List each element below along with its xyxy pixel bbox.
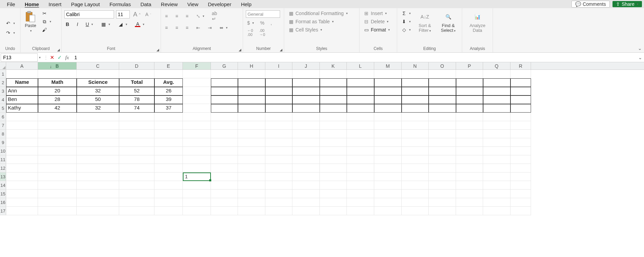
orientation-button[interactable]: ⤡▾ (195, 13, 206, 19)
menu-developer[interactable]: Developer (203, 1, 236, 8)
decrease-indent-button[interactable]: ⇤ (195, 25, 202, 31)
col-header-G[interactable]: G (211, 62, 238, 69)
row-header-1[interactable]: 1 (0, 70, 6, 78)
align-center-button[interactable]: ≡ (174, 25, 179, 31)
col-header-E[interactable]: E (154, 62, 183, 69)
col-header-H[interactable]: H (238, 62, 265, 69)
format-painter-button[interactable]: 🖌 (40, 27, 53, 33)
row-header-2[interactable]: 2 (0, 78, 6, 87)
menu-file[interactable]: File (2, 1, 20, 8)
italic-button[interactable]: I (75, 21, 79, 27)
font-name-input[interactable] (64, 10, 114, 18)
cut-button[interactable]: ✂ (40, 10, 53, 16)
col-header-K[interactable]: K (320, 62, 347, 69)
ribbon-collapse-button[interactable]: ⌄ (638, 46, 642, 51)
menu-view[interactable]: View (182, 1, 203, 8)
cell-total[interactable]: 78 (119, 95, 154, 104)
formula-input[interactable] (71, 54, 636, 61)
chevron-down-icon[interactable]: ▾ (346, 12, 348, 15)
row-header-8[interactable]: 8 (0, 130, 6, 138)
chevron-down-icon[interactable]: ▾ (409, 12, 411, 15)
chevron-down-icon[interactable]: ▾ (226, 26, 228, 29)
chevron-down-icon[interactable]: ▾ (429, 29, 431, 33)
insert-cells-button[interactable]: ⊞Insert▾ (362, 10, 388, 16)
copy-button[interactable]: ⧉▾ (40, 18, 53, 25)
menu-home[interactable]: Home (20, 1, 44, 8)
th-science[interactable]: Science (77, 78, 119, 87)
cells-area[interactable]: Name Math Science Total Avg. Ann 20 32 5… (6, 70, 531, 215)
row-header-6[interactable]: 6 (0, 113, 6, 121)
merge-center-button[interactable]: ⬌▾ (218, 25, 229, 31)
align-top-button[interactable]: ≡ (164, 13, 169, 19)
col-header-F[interactable]: F (183, 62, 211, 69)
chevron-down-icon[interactable]: ▾ (454, 29, 456, 33)
number-format-select[interactable] (246, 10, 280, 18)
cell-total[interactable]: 74 (119, 104, 154, 113)
name-box[interactable] (1, 53, 38, 62)
clipboard-launcher[interactable]: ◢ (57, 48, 60, 52)
increase-decimal-button[interactable]: ←0.00 (246, 28, 254, 37)
col-header-O[interactable]: O (429, 62, 456, 69)
row-header-17[interactable]: 17 (0, 207, 6, 215)
col-header-B[interactable]: ↓B (38, 62, 77, 69)
col-header-J[interactable]: J (292, 62, 320, 69)
chevron-down-icon[interactable]: ▾ (252, 21, 254, 25)
row-header-9[interactable]: 9 (0, 138, 6, 147)
th-total[interactable]: Total (119, 78, 154, 87)
fill-color-button[interactable]: ◢▾ (116, 21, 129, 27)
menu-formulas[interactable]: Formulas (105, 1, 136, 8)
menu-data[interactable]: Data (136, 1, 156, 8)
bold-button[interactable]: B (64, 21, 71, 27)
select-all-corner[interactable] (0, 62, 6, 69)
chevron-down-icon[interactable]: ▾ (385, 12, 387, 15)
row-header-12[interactable]: 12 (0, 164, 6, 172)
cell-name[interactable]: Kathy (6, 104, 38, 113)
cell-science[interactable]: 32 (77, 87, 119, 95)
cell-total[interactable]: 52 (119, 87, 154, 95)
row-header-11[interactable]: 11 (0, 155, 6, 164)
increase-indent-button[interactable]: ⇥ (206, 25, 213, 31)
menu-insert[interactable]: Insert (44, 1, 66, 8)
find-select-button[interactable]: 🔍 Find & Select▾ (438, 10, 459, 34)
name-box-dropdown[interactable]: ▾ (39, 56, 41, 59)
row-header-13[interactable]: 13 (0, 172, 6, 181)
col-header-Q[interactable]: Q (483, 62, 510, 69)
th-math[interactable]: Math (38, 78, 77, 87)
decrease-font-button[interactable]: Aˇ (144, 11, 152, 17)
number-launcher[interactable]: ◢ (280, 48, 282, 52)
menu-page-layout[interactable]: Page Layout (66, 1, 104, 8)
chevron-down-icon[interactable]: ▾ (203, 14, 204, 18)
col-header-A[interactable]: A (6, 62, 38, 69)
font-launcher[interactable]: ◢ (156, 48, 159, 52)
format-cells-button[interactable]: ▭Format▾ (362, 27, 391, 33)
col-header-R[interactable]: R (510, 62, 531, 69)
row-header-3[interactable]: 3 (0, 87, 6, 95)
col-header-N[interactable]: N (402, 62, 429, 69)
menu-review[interactable]: Review (156, 1, 182, 8)
delete-cells-button[interactable]: ⊟Delete▾ (362, 18, 390, 25)
cell-math[interactable]: 28 (38, 95, 77, 104)
chevron-down-icon[interactable]: ▾ (91, 23, 93, 26)
col-header-C[interactable]: C (77, 62, 119, 69)
accounting-format-button[interactable]: $▾ (246, 20, 255, 26)
chevron-down-icon[interactable]: ▾ (30, 29, 32, 33)
cell-avg[interactable]: 37 (154, 104, 183, 113)
chevron-down-icon[interactable]: ▾ (332, 20, 334, 23)
decrease-decimal-button[interactable]: .00→0 (258, 28, 266, 37)
comma-button[interactable]: , (269, 20, 273, 26)
chevron-down-icon[interactable]: ▾ (13, 22, 15, 25)
paste-button[interactable]: Paste▾ (23, 10, 38, 34)
cell-science[interactable]: 50 (77, 95, 119, 104)
col-header-M[interactable]: M (374, 62, 402, 69)
align-bottom-button[interactable]: ≡ (184, 13, 190, 19)
chevron-down-icon[interactable]: ▾ (143, 23, 144, 26)
clear-button[interactable]: ◇▾ (400, 27, 412, 33)
cell-avg[interactable]: 26 (154, 87, 183, 95)
increase-font-button[interactable]: A^ (132, 11, 142, 18)
cell-math[interactable]: 20 (38, 87, 77, 95)
cell-math[interactable]: 42 (38, 104, 77, 113)
chevron-down-icon[interactable]: ▾ (320, 28, 322, 31)
chevron-down-icon[interactable]: ▾ (388, 28, 390, 31)
row-header-5[interactable]: 5 (0, 104, 6, 113)
col-header-P[interactable]: P (456, 62, 483, 69)
